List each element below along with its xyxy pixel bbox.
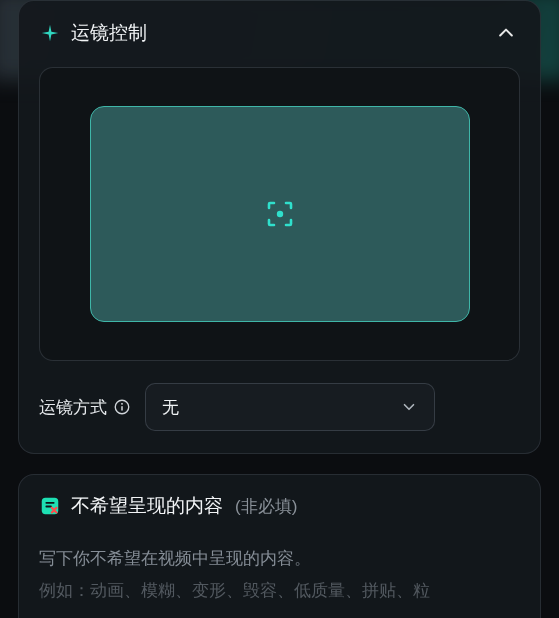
negative-panel-title: 不希望呈现的内容 xyxy=(71,493,223,519)
svg-point-2 xyxy=(121,403,123,405)
svg-rect-6 xyxy=(45,506,51,508)
negative-placeholder-line2: 例如：动画、模糊、变形、毁容、低质量、拼贴、粒 xyxy=(39,575,520,607)
camera-mode-select[interactable]: 无 xyxy=(145,383,435,431)
camera-mode-row: 运镜方式 无 xyxy=(39,383,520,431)
focus-target-icon xyxy=(265,199,295,229)
collapse-toggle[interactable] xyxy=(492,19,520,47)
camera-mode-label-text: 运镜方式 xyxy=(39,396,107,419)
negative-panel-optional: (非必填) xyxy=(235,495,297,518)
camera-panel-header: 运镜控制 xyxy=(39,19,520,47)
camera-mode-label: 运镜方式 xyxy=(39,396,131,419)
chevron-down-icon xyxy=(400,398,418,416)
info-icon[interactable] xyxy=(113,398,131,416)
chevron-up-icon xyxy=(496,23,516,43)
negative-prompt-icon xyxy=(39,495,61,517)
sparkle-icon xyxy=(39,22,61,44)
camera-preview-frame xyxy=(39,67,520,361)
svg-rect-5 xyxy=(45,502,54,504)
camera-mode-select-value: 无 xyxy=(162,396,179,419)
camera-control-panel: 运镜控制 运镜方式 xyxy=(18,0,541,454)
svg-point-0 xyxy=(276,211,282,217)
negative-placeholder-line1: 写下你不希望在视频中呈现的内容。 xyxy=(39,543,520,575)
camera-preview-canvas[interactable] xyxy=(90,106,470,322)
svg-rect-3 xyxy=(121,406,123,411)
camera-panel-title: 运镜控制 xyxy=(71,20,147,46)
negative-panel-header: 不希望呈现的内容 (非必填) xyxy=(39,493,520,519)
negative-prompt-panel: 不希望呈现的内容 (非必填) 写下你不希望在视频中呈现的内容。 例如：动画、模糊… xyxy=(18,474,541,618)
negative-prompt-textarea[interactable]: 写下你不希望在视频中呈现的内容。 例如：动画、模糊、变形、毁容、低质量、拼贴、粒 xyxy=(39,543,520,608)
